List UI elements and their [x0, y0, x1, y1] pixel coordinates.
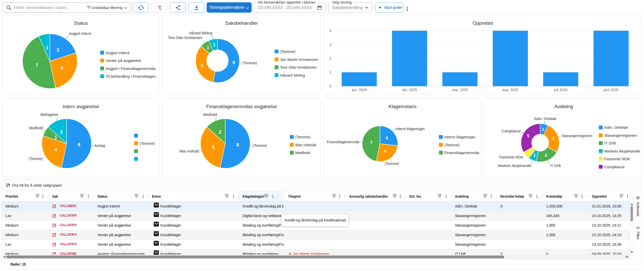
svg-text:Ikke mehold: Ikke mehold — [180, 149, 199, 153]
svg-text:1: 1 — [542, 127, 544, 132]
svg-text:4: 4 — [60, 66, 63, 71]
svg-text:Tore Olav Kristiansen: Tore Olav Kristiansen — [168, 36, 202, 40]
svg-text:Avgjort internt: Avgjort internt — [106, 51, 130, 55]
svg-text:7: 7 — [370, 140, 372, 145]
svg-text:Til behandling i Finansklagen.: Til behandling i Finansklagen... — [106, 74, 159, 78]
svg-text:4: 4 — [385, 136, 388, 140]
svg-text:(Tomme): (Tomme) — [253, 144, 267, 148]
svg-text:Compliance: Compliance — [604, 165, 625, 169]
svg-text:1: 1 — [329, 70, 331, 74]
svg-text:Medhold: Medhold — [29, 126, 43, 130]
svg-text:Opprettet: Opprettet — [472, 20, 493, 26]
svg-text:Avslag: Avslag — [94, 144, 105, 148]
svg-text:Tore Olav Kristiansen: Tore Olav Kristiansen — [280, 65, 317, 69]
svg-text:Medhold: Medhold — [203, 113, 217, 117]
svg-text:4: 4 — [552, 136, 555, 141]
svg-text:Markets Aksjehandel: Markets Aksjehandel — [604, 149, 640, 153]
svg-text:juli 2025: juli 2025 — [554, 88, 568, 92]
svg-text:Fastrente NOK: Fastrente NOK — [499, 155, 524, 159]
svg-text:1: 1 — [46, 45, 48, 50]
svg-text:Beklagelse: Beklagelse — [41, 113, 58, 117]
svg-text:Stavangerregionen: Stavangerregionen — [562, 134, 592, 138]
svg-text:4: 4 — [329, 29, 331, 33]
svg-text:Compliance: Compliance — [502, 129, 521, 133]
svg-text:1: 1 — [213, 42, 215, 47]
svg-text:8: 8 — [232, 60, 235, 65]
svg-text:Markets Aksjehandel: Markets Aksjehandel — [498, 164, 531, 168]
svg-text:3: 3 — [545, 153, 547, 158]
svg-text:3: 3 — [57, 47, 59, 53]
svg-text:IT Drift: IT Drift — [550, 164, 561, 168]
svg-text:(Tomme): (Tomme) — [444, 143, 460, 147]
svg-text:7: 7 — [36, 63, 38, 68]
svg-text:Klageinstans: Klageinstans — [389, 104, 417, 109]
svg-text:2: 2 — [219, 130, 221, 135]
svg-text:5: 5 — [527, 134, 530, 138]
svg-text:8: 8 — [78, 142, 80, 147]
svg-text:Internt klageorgan: Internt klageorgan — [395, 127, 425, 131]
svg-text:Finansklagenemnda: Finansklagenemnda — [327, 140, 359, 144]
svg-text:4: 4 — [55, 147, 57, 152]
svg-text:(Tomme): (Tomme) — [243, 61, 257, 65]
svg-text:Stavangerregionen: Stavangerregionen — [604, 133, 637, 138]
svg-text:Finansklagenemndas avgjørelse: Finansklagenemndas avgjørelse — [206, 104, 277, 109]
svg-text:Håvard Meling: Håvard Meling — [280, 73, 305, 77]
svg-text:Intern avgjørelse: Intern avgjørelse — [63, 104, 99, 109]
svg-text:Håvard Meling: Håvard Meling — [189, 31, 212, 35]
svg-text:1: 1 — [207, 45, 209, 50]
svg-text:Medhold: Medhold — [295, 150, 310, 155]
svg-text:(Tomme): (Tomme) — [139, 141, 155, 146]
svg-text:Internt klageorgan: Internt klageorgan — [444, 135, 476, 139]
svg-text:aug. 2025: aug. 2025 — [502, 88, 518, 92]
svg-text:3: 3 — [329, 43, 331, 47]
svg-text:sep. 2025: sep. 2025 — [452, 88, 468, 92]
svg-text:2: 2 — [60, 130, 63, 135]
svg-text:8: 8 — [236, 142, 239, 147]
svg-text:Ikke mehold: Ikke mehold — [295, 143, 316, 147]
svg-text:Avgjort internt: Avgjort internt — [69, 31, 91, 36]
svg-text:1: 1 — [55, 135, 57, 140]
svg-text:(Tomme): (Tomme) — [385, 162, 399, 166]
svg-text:(Tomme): (Tomme) — [295, 135, 311, 139]
svg-text:Status: Status — [74, 20, 88, 26]
svg-text:okt. 2025: okt. 2025 — [402, 88, 417, 92]
svg-text:Adm. Direktør: Adm. Direktør — [604, 125, 628, 130]
svg-text:(Tomme): (Tomme) — [280, 49, 295, 54]
svg-text:1: 1 — [533, 153, 536, 158]
svg-text:0: 0 — [329, 84, 331, 88]
svg-text:Avdeling: Avdeling — [554, 104, 573, 109]
svg-text:Venter på avgjørelse: Venter på avgjørelse — [106, 58, 141, 63]
svg-text:juni 2025: juni 2025 — [603, 88, 618, 92]
svg-text:5: 5 — [201, 63, 203, 68]
svg-text:Finansklagenemnda: Finansklagenemnda — [444, 150, 479, 155]
svg-text:5: 5 — [212, 145, 215, 150]
svg-text:Avgjort i Finansklagenemnda: Avgjort i Finansklagenemnda — [106, 66, 156, 71]
svg-text:2: 2 — [329, 56, 331, 60]
svg-text:Saksbehandler: Saksbehandler — [225, 20, 258, 26]
svg-text:Jan Martin Kristiansen: Jan Martin Kristiansen — [280, 57, 318, 62]
svg-text:(Tomme): (Tomme) — [29, 157, 43, 161]
svg-text:Adm. Direktør: Adm. Direktør — [534, 117, 557, 121]
svg-text:Fastrente NOK: Fastrente NOK — [604, 157, 630, 161]
svg-text:IT Drift: IT Drift — [604, 141, 616, 145]
svg-text:jan. 2026: jan. 2026 — [352, 88, 367, 92]
svg-text:4: 4 — [384, 149, 386, 154]
svg-text:1: 1 — [529, 150, 531, 154]
